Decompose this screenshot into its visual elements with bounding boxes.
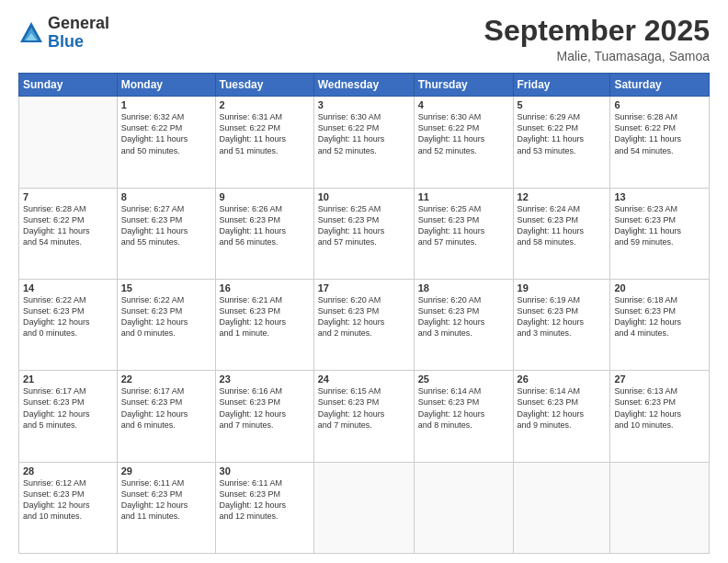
day-number: 3 bbox=[318, 99, 410, 110]
logo: General Blue bbox=[18, 15, 109, 52]
table-row: 10Sunrise: 6:25 AM Sunset: 6:23 PM Dayli… bbox=[313, 188, 414, 279]
calendar-table: Sunday Monday Tuesday Wednesday Thursday… bbox=[18, 73, 710, 554]
day-number: 14 bbox=[23, 282, 113, 293]
day-number: 20 bbox=[614, 282, 705, 293]
day-number: 18 bbox=[418, 282, 509, 293]
table-row: 23Sunrise: 6:16 AM Sunset: 6:23 PM Dayli… bbox=[215, 371, 313, 462]
day-info: Sunrise: 6:27 AM Sunset: 6:23 PM Dayligh… bbox=[121, 203, 211, 248]
table-row: 8Sunrise: 6:27 AM Sunset: 6:23 PM Daylig… bbox=[117, 188, 215, 279]
day-info: Sunrise: 6:15 AM Sunset: 6:23 PM Dayligh… bbox=[318, 385, 410, 431]
day-number: 10 bbox=[318, 191, 410, 202]
day-number: 22 bbox=[121, 373, 211, 385]
day-number: 5 bbox=[518, 99, 607, 110]
logo-icon bbox=[18, 20, 44, 46]
day-info: Sunrise: 6:20 AM Sunset: 6:23 PM Dayligh… bbox=[418, 294, 509, 339]
day-info: Sunrise: 6:17 AM Sunset: 6:23 PM Dayligh… bbox=[23, 385, 113, 431]
day-number: 13 bbox=[614, 191, 705, 202]
table-row: 21Sunrise: 6:17 AM Sunset: 6:23 PM Dayli… bbox=[19, 371, 118, 462]
day-info: Sunrise: 6:25 AM Sunset: 6:23 PM Dayligh… bbox=[418, 203, 509, 248]
table-row: 11Sunrise: 6:25 AM Sunset: 6:23 PM Dayli… bbox=[414, 188, 513, 279]
page: General Blue September 2025 Malie, Tuama… bbox=[0, 0, 728, 563]
header: General Blue September 2025 Malie, Tuama… bbox=[18, 15, 710, 63]
day-info: Sunrise: 6:18 AM Sunset: 6:23 PM Dayligh… bbox=[614, 294, 705, 339]
day-number: 23 bbox=[220, 373, 310, 385]
table-row: 3Sunrise: 6:30 AM Sunset: 6:22 PM Daylig… bbox=[313, 97, 414, 188]
col-saturday: Saturday bbox=[610, 74, 710, 97]
day-info: Sunrise: 6:19 AM Sunset: 6:23 PM Dayligh… bbox=[518, 294, 607, 339]
table-row: 2Sunrise: 6:31 AM Sunset: 6:22 PM Daylig… bbox=[215, 97, 313, 188]
day-number: 8 bbox=[121, 191, 211, 202]
day-info: Sunrise: 6:17 AM Sunset: 6:23 PM Dayligh… bbox=[121, 385, 211, 431]
day-number: 29 bbox=[121, 465, 211, 477]
day-number: 27 bbox=[614, 373, 705, 385]
table-row bbox=[610, 462, 710, 553]
table-row: 4Sunrise: 6:30 AM Sunset: 6:22 PM Daylig… bbox=[414, 97, 513, 188]
col-wednesday: Wednesday bbox=[313, 74, 414, 97]
day-number: 1 bbox=[121, 99, 211, 110]
day-number: 28 bbox=[23, 465, 113, 477]
day-number: 12 bbox=[518, 191, 607, 202]
table-row: 29Sunrise: 6:11 AM Sunset: 6:23 PM Dayli… bbox=[117, 462, 215, 553]
table-row: 28Sunrise: 6:12 AM Sunset: 6:23 PM Dayli… bbox=[19, 462, 118, 553]
table-row bbox=[513, 462, 610, 553]
day-info: Sunrise: 6:12 AM Sunset: 6:23 PM Dayligh… bbox=[23, 477, 113, 523]
day-number: 15 bbox=[121, 282, 211, 293]
day-info: Sunrise: 6:11 AM Sunset: 6:23 PM Dayligh… bbox=[121, 477, 211, 523]
day-number: 19 bbox=[518, 282, 607, 293]
day-info: Sunrise: 6:14 AM Sunset: 6:23 PM Dayligh… bbox=[518, 385, 607, 431]
day-info: Sunrise: 6:30 AM Sunset: 6:22 PM Dayligh… bbox=[318, 111, 410, 156]
day-info: Sunrise: 6:30 AM Sunset: 6:22 PM Dayligh… bbox=[418, 111, 509, 156]
day-info: Sunrise: 6:14 AM Sunset: 6:23 PM Dayligh… bbox=[418, 385, 509, 431]
day-info: Sunrise: 6:16 AM Sunset: 6:23 PM Dayligh… bbox=[220, 385, 310, 431]
day-info: Sunrise: 6:25 AM Sunset: 6:23 PM Dayligh… bbox=[318, 203, 410, 248]
day-info: Sunrise: 6:28 AM Sunset: 6:22 PM Dayligh… bbox=[614, 111, 705, 156]
month-title: September 2025 bbox=[484, 15, 710, 47]
table-row: 9Sunrise: 6:26 AM Sunset: 6:23 PM Daylig… bbox=[215, 188, 313, 279]
table-row: 1Sunrise: 6:32 AM Sunset: 6:22 PM Daylig… bbox=[117, 97, 215, 188]
table-row: 18Sunrise: 6:20 AM Sunset: 6:23 PM Dayli… bbox=[414, 279, 513, 370]
day-info: Sunrise: 6:20 AM Sunset: 6:23 PM Dayligh… bbox=[318, 294, 410, 339]
table-row: 22Sunrise: 6:17 AM Sunset: 6:23 PM Dayli… bbox=[117, 371, 215, 462]
day-number: 9 bbox=[220, 191, 310, 202]
day-number: 6 bbox=[614, 99, 705, 110]
day-number: 25 bbox=[418, 373, 509, 385]
table-row: 26Sunrise: 6:14 AM Sunset: 6:23 PM Dayli… bbox=[513, 371, 610, 462]
title-block: September 2025 Malie, Tuamasaga, Samoa bbox=[484, 15, 710, 63]
day-info: Sunrise: 6:26 AM Sunset: 6:23 PM Dayligh… bbox=[220, 203, 310, 248]
day-number: 30 bbox=[220, 465, 310, 477]
table-row: 6Sunrise: 6:28 AM Sunset: 6:22 PM Daylig… bbox=[610, 97, 710, 188]
day-number: 2 bbox=[220, 99, 310, 110]
col-thursday: Thursday bbox=[414, 74, 513, 97]
day-info: Sunrise: 6:21 AM Sunset: 6:23 PM Dayligh… bbox=[220, 294, 310, 339]
table-row: 12Sunrise: 6:24 AM Sunset: 6:23 PM Dayli… bbox=[513, 188, 610, 279]
day-number: 17 bbox=[318, 282, 410, 293]
logo-blue: Blue bbox=[48, 32, 84, 51]
table-row bbox=[19, 97, 118, 188]
calendar-header-row: Sunday Monday Tuesday Wednesday Thursday… bbox=[19, 74, 710, 97]
day-number: 4 bbox=[418, 99, 509, 110]
col-sunday: Sunday bbox=[19, 74, 118, 97]
table-row: 30Sunrise: 6:11 AM Sunset: 6:23 PM Dayli… bbox=[215, 462, 313, 553]
table-row: 19Sunrise: 6:19 AM Sunset: 6:23 PM Dayli… bbox=[513, 279, 610, 370]
table-row: 25Sunrise: 6:14 AM Sunset: 6:23 PM Dayli… bbox=[414, 371, 513, 462]
day-info: Sunrise: 6:23 AM Sunset: 6:23 PM Dayligh… bbox=[614, 203, 705, 248]
day-info: Sunrise: 6:13 AM Sunset: 6:23 PM Dayligh… bbox=[614, 385, 705, 431]
day-info: Sunrise: 6:22 AM Sunset: 6:23 PM Dayligh… bbox=[121, 294, 211, 339]
table-row: 15Sunrise: 6:22 AM Sunset: 6:23 PM Dayli… bbox=[117, 279, 215, 370]
table-row: 27Sunrise: 6:13 AM Sunset: 6:23 PM Dayli… bbox=[610, 371, 710, 462]
table-row: 13Sunrise: 6:23 AM Sunset: 6:23 PM Dayli… bbox=[610, 188, 710, 279]
day-info: Sunrise: 6:32 AM Sunset: 6:22 PM Dayligh… bbox=[121, 111, 211, 156]
day-number: 16 bbox=[220, 282, 310, 293]
col-friday: Friday bbox=[513, 74, 610, 97]
day-number: 24 bbox=[318, 373, 410, 385]
table-row: 16Sunrise: 6:21 AM Sunset: 6:23 PM Dayli… bbox=[215, 279, 313, 370]
table-row: 17Sunrise: 6:20 AM Sunset: 6:23 PM Dayli… bbox=[313, 279, 414, 370]
day-info: Sunrise: 6:31 AM Sunset: 6:22 PM Dayligh… bbox=[220, 111, 310, 156]
logo-general: General bbox=[48, 14, 109, 32]
day-info: Sunrise: 6:11 AM Sunset: 6:23 PM Dayligh… bbox=[220, 477, 310, 523]
table-row: 5Sunrise: 6:29 AM Sunset: 6:22 PM Daylig… bbox=[513, 97, 610, 188]
table-row: 24Sunrise: 6:15 AM Sunset: 6:23 PM Dayli… bbox=[313, 371, 414, 462]
day-info: Sunrise: 6:29 AM Sunset: 6:22 PM Dayligh… bbox=[518, 111, 607, 156]
day-info: Sunrise: 6:22 AM Sunset: 6:23 PM Dayligh… bbox=[23, 294, 113, 339]
table-row bbox=[414, 462, 513, 553]
